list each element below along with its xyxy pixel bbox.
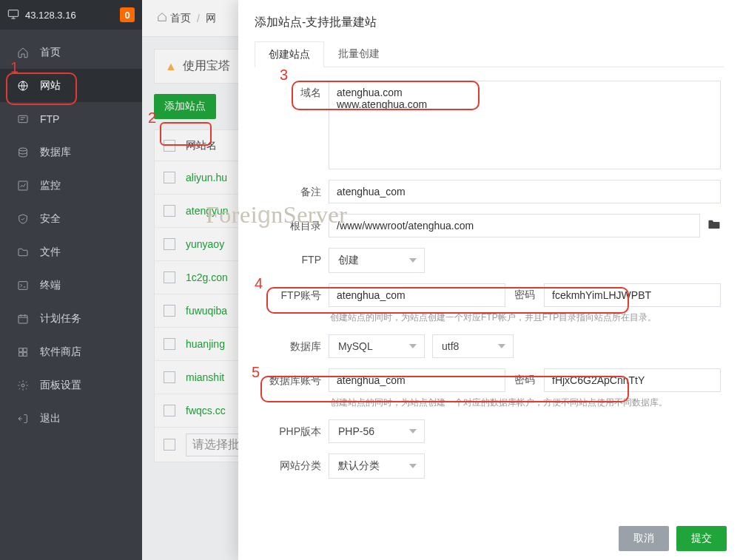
db-password-input[interactable]	[544, 368, 721, 392]
modal-tabs: 创建站点 批量创建	[255, 41, 724, 67]
label-db-password: 密码	[505, 368, 544, 392]
remark-input[interactable]	[329, 180, 721, 203]
domain-textarea[interactable]	[329, 81, 721, 169]
label-ftp: FTP	[258, 248, 329, 266]
category-select[interactable]: 默认分类	[329, 453, 425, 479]
sidebar-item-label: 首页	[40, 46, 61, 59]
label-root: 根目录	[258, 214, 329, 233]
svg-point-11	[21, 384, 24, 387]
sidebar-item-monitor[interactable]: 监控	[0, 169, 142, 202]
svg-point-3	[19, 148, 27, 151]
sidebar-item-label: FTP	[40, 113, 59, 125]
folder-icon	[16, 246, 30, 259]
modal-footer: 取消 提交	[238, 517, 740, 560]
php-version-select[interactable]: PHP-56	[329, 419, 425, 443]
label-php-version: PHP版本	[258, 419, 329, 439]
tab-batch-create[interactable]: 批量创建	[324, 41, 394, 67]
label-category: 网站分类	[258, 453, 329, 473]
sidebar-item-label: 文件	[40, 246, 61, 259]
add-site-modal: 添加站点-支持批量建站 创建站点 批量创建 域名 备注 根目录 FTP 创建 F…	[238, 0, 740, 560]
ftp-select[interactable]: 创建	[329, 248, 425, 273]
label-database: 数据库	[258, 334, 329, 354]
gear-icon	[16, 379, 30, 392]
logout-icon	[16, 412, 30, 425]
sidebar-item-terminal[interactable]: 终端	[0, 269, 142, 302]
modal-title: 添加站点-支持批量建站	[238, 0, 740, 41]
sidebar: 43.128.3.16 0 首页 网站 FTP 数据库 监控 安全	[0, 0, 142, 560]
sidebar-item-security[interactable]: 安全	[0, 202, 142, 235]
label-db-account: 数据库账号	[258, 368, 329, 388]
terminal-icon	[16, 279, 30, 292]
server-ip: 43.128.3.16	[25, 10, 120, 21]
db-charset-select[interactable]: utf8	[432, 334, 514, 358]
ftp-hint-text: 创建站点的同时，为站点创建一个对应FTP帐户，并且FTP目录指向站点所在目录。	[329, 311, 721, 324]
sidebar-item-website[interactable]: 网站	[0, 69, 142, 102]
sidebar-item-ftp[interactable]: FTP	[0, 102, 142, 135]
svg-rect-5	[18, 281, 27, 289]
db-hint-text: 创建站点的同时，为站点创建一个对应的数据库帐户，方便不同站点使用不同数据库。	[329, 397, 721, 409]
ftp-password-input[interactable]	[544, 283, 721, 307]
svg-rect-2	[18, 115, 27, 122]
sidebar-item-files[interactable]: 文件	[0, 235, 142, 269]
grid-icon	[16, 345, 30, 359]
chart-icon	[16, 179, 30, 192]
svg-rect-8	[24, 348, 27, 351]
svg-rect-10	[24, 352, 27, 356]
sidebar-item-label: 数据库	[40, 146, 71, 159]
db-type-select[interactable]: MySQL	[329, 334, 425, 358]
tab-create-site[interactable]: 创建站点	[255, 41, 324, 67]
sidebar-list: 首页 网站 FTP 数据库 监控 安全 文件 终端	[0, 30, 142, 435]
globe-icon	[16, 79, 30, 92]
label-ftp-account: FTP账号	[258, 283, 329, 303]
label-domain: 域名	[258, 81, 329, 100]
cancel-button[interactable]: 取消	[619, 526, 669, 551]
home-icon	[16, 46, 30, 59]
svg-rect-7	[19, 348, 23, 351]
modal-form: 域名 备注 根目录 FTP 创建 FTP账号 密码	[238, 81, 740, 517]
svg-rect-9	[19, 352, 23, 356]
sidebar-item-label: 计划任务	[40, 312, 81, 325]
sidebar-item-label: 退出	[40, 412, 61, 425]
sidebar-item-database[interactable]: 数据库	[0, 135, 142, 169]
browse-folder-icon[interactable]	[707, 218, 721, 233]
sidebar-item-label: 网站	[40, 79, 61, 92]
monitor-icon	[7, 9, 19, 21]
svg-rect-0	[8, 10, 18, 16]
ftp-account-input[interactable]	[329, 283, 505, 307]
submit-button[interactable]: 提交	[676, 526, 727, 551]
sidebar-item-label: 终端	[40, 279, 61, 292]
label-ftp-password: 密码	[505, 283, 544, 307]
topbar: 43.128.3.16 0	[0, 0, 142, 30]
sidebar-item-label: 软件商店	[40, 345, 81, 359]
calendar-icon	[16, 312, 30, 325]
root-dir-input[interactable]	[329, 214, 700, 237]
sidebar-item-label: 监控	[40, 179, 61, 192]
sidebar-item-softshop[interactable]: 软件商店	[0, 335, 142, 368]
shield-icon	[16, 212, 30, 226]
notification-badge[interactable]: 0	[120, 7, 135, 22]
svg-rect-6	[18, 315, 27, 323]
label-remark: 备注	[258, 180, 329, 199]
ftp-icon	[16, 112, 30, 126]
sidebar-item-label: 安全	[40, 212, 61, 226]
sidebar-item-home[interactable]: 首页	[0, 36, 142, 69]
sidebar-item-label: 面板设置	[40, 379, 81, 392]
db-account-input[interactable]	[329, 368, 505, 392]
sidebar-item-logout[interactable]: 退出	[0, 402, 142, 435]
sidebar-item-cron[interactable]: 计划任务	[0, 302, 142, 335]
sidebar-item-panelset[interactable]: 面板设置	[0, 368, 142, 402]
database-icon	[16, 146, 30, 159]
